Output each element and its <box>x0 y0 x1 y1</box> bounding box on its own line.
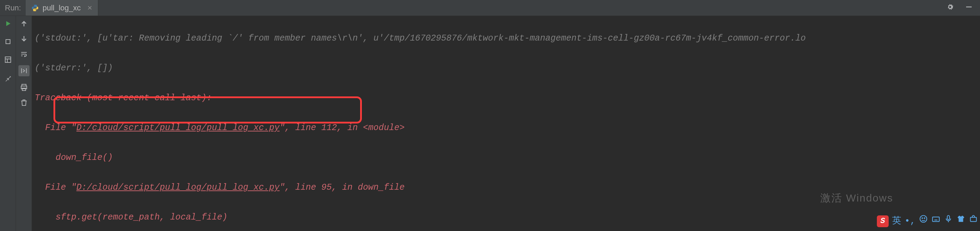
ime-toolbox-icon[interactable] <box>969 214 978 229</box>
soft-wrap-icon[interactable] <box>20 50 28 58</box>
print-icon[interactable] <box>20 83 28 92</box>
up-arrow-icon[interactable] <box>20 19 28 28</box>
ime-toolbar[interactable]: S 英 •, <box>877 213 978 229</box>
down-arrow-icon[interactable] <box>20 35 28 43</box>
console-line: ('stderr:', []) <box>35 61 977 76</box>
pin-icon[interactable] <box>4 74 12 82</box>
ime-lang-indicator[interactable]: 英 <box>892 213 901 229</box>
svg-point-10 <box>924 218 925 218</box>
tool-window-actions <box>946 3 980 13</box>
console-line: ('stdout:', [u'tar: Removing leading `/'… <box>35 31 977 46</box>
file-link[interactable]: D:/cloud/script/pull_log/pull_log_xc.py <box>76 123 280 133</box>
settings-icon[interactable] <box>946 3 954 13</box>
layout-icon[interactable] <box>4 55 12 64</box>
svg-rect-17 <box>970 217 976 222</box>
ime-skin-icon[interactable] <box>956 214 966 229</box>
ime-emoji-icon[interactable] <box>919 214 928 229</box>
console-line: down_file() <box>35 150 977 165</box>
svg-point-9 <box>922 218 923 218</box>
python-file-icon <box>31 4 39 12</box>
close-tab-icon[interactable]: ✕ <box>87 4 92 12</box>
file-link[interactable]: D:/cloud/script/pull_log/pull_log_xc.py <box>76 182 280 193</box>
run-toolbar-gutter <box>16 16 32 231</box>
run-left-gutter <box>0 16 16 231</box>
ime-mic-icon[interactable] <box>944 214 953 229</box>
scroll-to-end-icon[interactable] <box>18 65 30 76</box>
svg-point-8 <box>920 215 927 222</box>
console-line: File "D:/cloud/script/pull_log/pull_log_… <box>35 120 977 135</box>
console-output[interactable]: ('stdout:', [u'tar: Removing leading `/'… <box>32 16 980 231</box>
console-line: Traceback (most recent call last): <box>35 90 977 106</box>
ime-punct-indicator[interactable]: •, <box>905 213 915 229</box>
stop-icon[interactable] <box>4 38 12 46</box>
rerun-icon[interactable] <box>4 19 12 28</box>
tab-label: pull_log_xc <box>42 3 81 13</box>
run-tab[interactable]: pull_log_xc ✕ <box>26 0 98 16</box>
svg-rect-1 <box>6 40 10 44</box>
svg-rect-2 <box>5 57 11 62</box>
tool-window-header: Run: pull_log_xc ✕ <box>0 0 980 16</box>
trash-icon[interactable] <box>20 98 28 107</box>
svg-rect-11 <box>932 217 939 222</box>
svg-rect-16 <box>947 215 950 220</box>
minimize-icon[interactable] <box>965 3 973 13</box>
sogou-ime-icon[interactable]: S <box>877 215 889 227</box>
ime-keyboard-icon[interactable] <box>931 214 940 229</box>
run-panel-label: Run: <box>0 3 26 13</box>
